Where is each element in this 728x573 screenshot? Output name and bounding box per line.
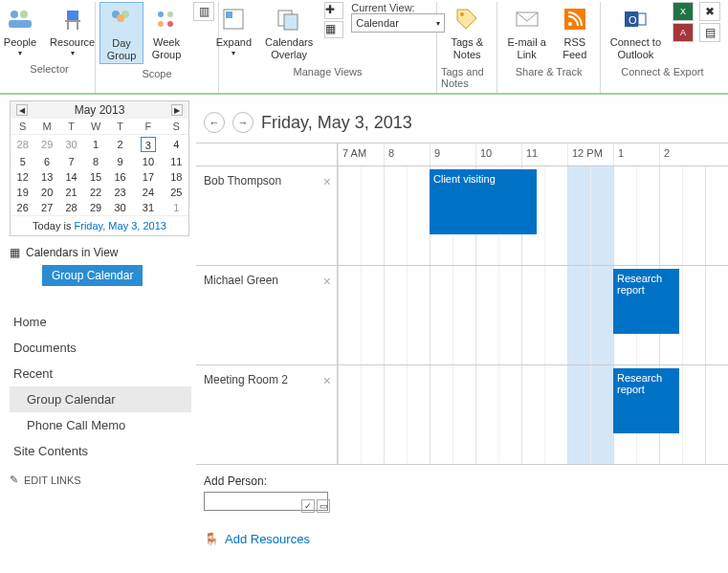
ql-phonecall[interactable]: Phone Call Memo (10, 412, 191, 438)
time-slot[interactable] (430, 365, 452, 464)
mini-prev[interactable]: ◀ (16, 104, 28, 116)
mini-day[interactable]: 28 (11, 135, 34, 155)
time-slot[interactable] (544, 166, 567, 265)
time-slot[interactable] (361, 365, 384, 464)
calendar-event[interactable]: Research report (613, 368, 679, 433)
week-group-button[interactable]: Week Group (145, 2, 188, 62)
time-slot[interactable] (384, 266, 407, 364)
mini-day[interactable]: 22 (83, 185, 107, 200)
view-modify[interactable]: ▦ (324, 21, 343, 38)
mini-day[interactable]: 3 (132, 135, 164, 155)
mini-day[interactable]: 21 (59, 185, 83, 200)
time-slot[interactable] (567, 266, 590, 364)
time-slot[interactable] (613, 166, 636, 265)
time-slot[interactable] (452, 266, 475, 364)
time-slot[interactable] (384, 365, 407, 464)
mini-day[interactable]: 2 (108, 135, 132, 155)
export-other1[interactable]: ✖ (699, 2, 720, 21)
calendar-event[interactable]: Client visiting (430, 169, 537, 234)
ql-documents[interactable]: Documents (10, 335, 191, 361)
time-slot[interactable] (498, 365, 521, 464)
mini-day[interactable]: 16 (108, 169, 132, 185)
person-browse-icon[interactable]: ▭ (317, 499, 330, 513)
mini-day[interactable]: 8 (83, 154, 107, 169)
mini-day[interactable]: 14 (59, 169, 83, 185)
mini-day[interactable]: 11 (165, 154, 188, 169)
mini-day[interactable]: 24 (132, 185, 164, 200)
time-slot[interactable] (659, 166, 682, 265)
mini-day[interactable]: 20 (34, 185, 58, 200)
mini-day[interactable]: 12 (11, 169, 34, 185)
tags-notes-button[interactable]: Tags & Notes (445, 2, 489, 62)
mini-day[interactable]: 30 (108, 200, 132, 215)
time-slot[interactable] (498, 266, 521, 364)
time-slot[interactable] (682, 166, 705, 265)
time-slot[interactable] (338, 365, 361, 464)
time-slot[interactable] (636, 166, 659, 265)
mini-day[interactable]: 9 (108, 154, 132, 169)
mini-day[interactable]: 5 (11, 154, 34, 169)
day-group-button[interactable]: Day Group (99, 2, 143, 64)
mini-day[interactable]: 10 (132, 154, 164, 169)
mini-day[interactable]: 6 (34, 154, 58, 169)
time-slot[interactable] (430, 266, 452, 364)
ql-groupcal[interactable]: Group Calendar (10, 386, 191, 412)
mini-day[interactable]: 29 (83, 200, 107, 215)
connect-outlook-button[interactable]: O Connect to Outlook (605, 2, 667, 62)
cal-next[interactable]: → (232, 112, 254, 133)
time-slot[interactable] (407, 166, 430, 265)
resource-button[interactable]: Resource▾ (44, 2, 100, 59)
time-slot[interactable] (452, 365, 475, 464)
export-excel[interactable]: X (673, 2, 694, 21)
mini-day[interactable]: 18 (165, 169, 188, 185)
row-close[interactable]: × (323, 174, 331, 189)
calendar-event[interactable]: Research report (613, 269, 679, 334)
export-other2[interactable]: ▤ (699, 23, 720, 42)
time-slot[interactable] (705, 365, 728, 464)
mini-day[interactable]: 4 (165, 135, 188, 155)
time-slot[interactable] (338, 266, 361, 364)
time-slot[interactable] (590, 266, 613, 364)
mini-day[interactable]: 15 (83, 169, 107, 185)
export-access[interactable]: A (673, 23, 694, 42)
civ-item[interactable]: Group Calendar (42, 265, 143, 286)
time-slot[interactable] (544, 365, 567, 464)
mini-day[interactable]: 26 (11, 200, 34, 215)
ql-recent[interactable]: Recent (10, 361, 191, 386)
row-close[interactable]: × (323, 373, 331, 388)
mini-today-link[interactable]: Friday, May 3, 2013 (75, 220, 166, 231)
mini-day[interactable]: 27 (34, 200, 58, 215)
time-slot[interactable] (521, 266, 544, 364)
email-link-button[interactable]: E-mail a Link (501, 2, 551, 62)
time-slot[interactable] (407, 266, 430, 364)
time-slot[interactable] (521, 365, 544, 464)
ql-sitecontents[interactable]: Site Contents (10, 438, 191, 464)
overlay-button[interactable]: Calendars Overlay (259, 2, 319, 62)
mini-day[interactable]: 25 (165, 185, 188, 200)
ql-editlinks[interactable]: ✎ EDIT LINKS (10, 474, 191, 486)
time-slot[interactable] (590, 365, 613, 464)
time-slot[interactable] (567, 365, 590, 464)
time-slot[interactable] (567, 166, 590, 265)
time-slot[interactable] (361, 166, 384, 265)
time-slot[interactable] (338, 166, 361, 265)
time-slot[interactable] (705, 166, 728, 265)
add-resources[interactable]: 🪑 Add Resources (204, 532, 728, 546)
time-slot[interactable] (384, 166, 407, 265)
mini-day[interactable]: 7 (59, 154, 83, 169)
time-slot[interactable] (361, 266, 384, 364)
cal-prev[interactable]: ← (204, 112, 225, 133)
time-slot[interactable] (705, 266, 728, 364)
time-slot[interactable] (682, 365, 705, 464)
time-slot[interactable] (407, 365, 430, 464)
time-slot[interactable] (475, 365, 498, 464)
mini-day[interactable]: 19 (11, 185, 34, 200)
row-close[interactable]: × (323, 274, 331, 289)
mini-day[interactable]: 30 (59, 135, 83, 155)
current-view-select[interactable]: Calendar ▾ (351, 13, 445, 33)
people-button[interactable]: People▾ (0, 2, 42, 59)
expand-button[interactable]: Expand▾ (210, 2, 257, 59)
view-create[interactable]: ✚ (324, 2, 343, 19)
mini-next[interactable]: ▶ (171, 104, 183, 116)
mini-day[interactable]: 13 (34, 169, 58, 185)
